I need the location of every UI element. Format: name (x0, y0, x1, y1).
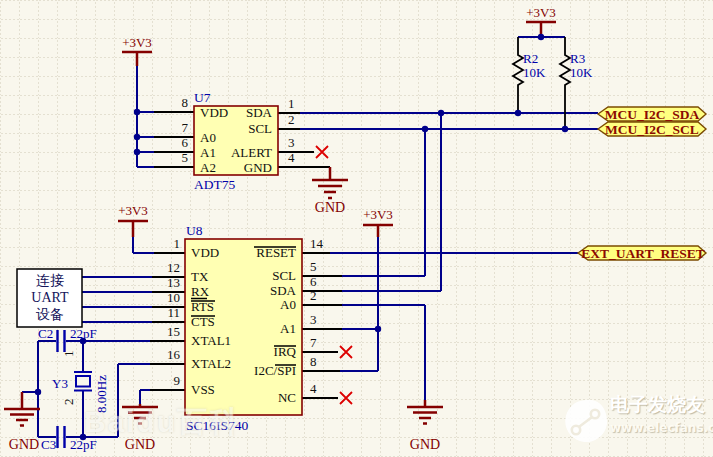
junction-dot (438, 110, 444, 116)
pin-number: 7 (182, 120, 189, 135)
ground-label: GND (410, 437, 440, 452)
pin-number: 11 (167, 305, 180, 320)
pin-name: TX (191, 269, 209, 284)
pin-number: 3 (310, 312, 317, 327)
pin-number: 1 (174, 236, 181, 251)
junction-dot (35, 389, 41, 395)
capacitor-c3-ref: C3 (41, 437, 56, 452)
power-rail-label: +3V3 (526, 5, 556, 20)
junction-dot (515, 110, 521, 116)
elecfans-logo-icon (565, 400, 607, 442)
pin-name: SCL (248, 121, 272, 136)
uart-box-line1: 连接 (36, 273, 64, 288)
resistor-r2-ref: R2 (523, 51, 538, 66)
port-label: MCU_I2C_SCL (605, 122, 699, 137)
pin-number: 6 (182, 135, 189, 150)
pin-number: 8 (182, 95, 189, 110)
resistor-r3-ref: R3 (570, 51, 585, 66)
pin-name: A2 (200, 160, 216, 175)
junction-dot (80, 434, 86, 440)
pin-number: 5 (310, 259, 317, 274)
pin-name: RX (191, 284, 210, 299)
pin-name: SDA (270, 283, 297, 298)
pin-number: 1 (288, 96, 295, 111)
resistor-r3-value: 10K (570, 65, 593, 80)
ground-label: GND (125, 437, 155, 452)
pin-name: A1 (280, 321, 296, 336)
pin-name: SCL (272, 268, 296, 283)
pin-name: A0 (200, 130, 216, 145)
uart-box-line2: UART (31, 290, 69, 305)
pin-name: VSS (191, 382, 215, 397)
junction-dot (375, 326, 381, 332)
chip-u8: U8 SC16IS740 1 12 13 10 11 15 16 9 14 5 … (167, 223, 324, 433)
pin-number: 5 (182, 150, 189, 165)
pin-name: GND (244, 160, 272, 175)
pin-name: VDD (200, 105, 228, 120)
crystal-value: 8.00Hz (94, 375, 109, 413)
junction-dot (134, 134, 140, 140)
crystal-body (76, 376, 90, 387)
resistor-r2-value: 10K (523, 65, 546, 80)
schematic-canvas: R2 10K R3 10K +3V3 +3V3 +3V3 +3V3 GND GN… (0, 0, 713, 457)
junction-dot (134, 109, 140, 115)
pin-number: 4 (288, 150, 295, 165)
ground-label: GND (9, 437, 39, 452)
junction-dot (134, 149, 140, 155)
pin-number: 2 (288, 112, 295, 127)
pin-name: VDD (191, 245, 219, 260)
junction-dot (80, 338, 86, 344)
pin-number: 8 (310, 354, 317, 369)
junction-dot (538, 34, 544, 40)
crystal-pin1-number: 1 (61, 351, 76, 358)
pin-number: 4 (310, 381, 317, 396)
pin-name: A0 (280, 297, 296, 312)
pin-number: 14 (310, 236, 324, 251)
pin-number: 7 (310, 335, 317, 350)
chip-u7-designator: U7 (194, 90, 211, 105)
port-mcu-i2c-sda: MCU_I2C_SDA (598, 107, 706, 122)
pin-name: XTAL1 (191, 333, 231, 348)
pin-number: 16 (167, 347, 181, 362)
pin-number: 2 (310, 288, 317, 303)
chip-u7-part: ADT75 (194, 177, 235, 192)
pin-name: NC (278, 390, 296, 405)
crystal-ref: Y3 (52, 376, 68, 391)
uart-device-box: 连接 UART 设备 (17, 269, 82, 327)
schematic-drawing: R2 10K R3 10K +3V3 +3V3 +3V3 +3V3 GND GN… (0, 0, 713, 457)
uart-box-line3: 设备 (36, 307, 64, 322)
power-rail-label: +3V3 (122, 35, 152, 50)
pin-name: SDA (246, 105, 273, 120)
ground-label: GND (315, 200, 345, 215)
pin-number: 9 (174, 373, 181, 388)
pin-number: 12 (167, 260, 180, 275)
chip-u8-part: SC16IS740 (186, 418, 249, 433)
port-mcu-i2c-scl: MCU_I2C_SCL (598, 122, 706, 137)
capacitor-c2-ref: C2 (38, 326, 53, 341)
pin-name: ALERT (231, 145, 272, 160)
pin-number: 13 (167, 275, 180, 290)
pin-number: 10 (167, 290, 180, 305)
crystal-pin2-number: 2 (61, 399, 76, 406)
port-ext-uart-reset: EXT_UART_RESET (578, 246, 706, 261)
power-rail-label: +3V3 (363, 207, 393, 222)
chip-u8-designator: U8 (186, 223, 203, 238)
junction-dot (422, 126, 428, 132)
pin-number: 6 (310, 274, 317, 289)
pin-name: A1 (200, 145, 216, 160)
junction-dot (562, 126, 568, 132)
port-label: EXT_UART_RESET (581, 246, 704, 261)
pin-number: 3 (288, 135, 295, 150)
pin-number: 15 (167, 324, 180, 339)
port-label: MCU_I2C_SDA (605, 107, 700, 122)
power-rail-label: +3V3 (118, 203, 148, 218)
pin-name: XTAL2 (191, 356, 231, 371)
